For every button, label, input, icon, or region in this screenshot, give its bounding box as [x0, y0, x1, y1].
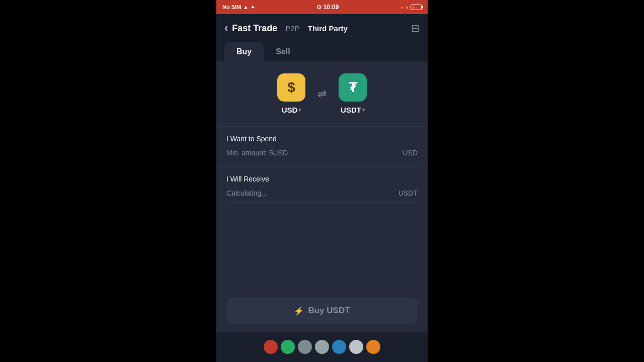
status-center: ⊙ 10:09 — [316, 4, 339, 11]
app-header: ‹ Fast Trade P2P Third Party ⊟ — [216, 14, 428, 42]
receive-input[interactable] — [226, 189, 398, 197]
carrier-label: No SIM — [222, 4, 241, 10]
spend-section: I Want to Spend USD — [216, 126, 428, 166]
tab-buy[interactable]: Buy — [224, 42, 264, 61]
currency-selector: $ USD ▾ ⇌ ₮ USDT ▾ — [216, 61, 428, 126]
usd-chevron: ▾ — [298, 107, 301, 113]
bottom-icon-1[interactable] — [264, 340, 278, 354]
usdt-label: USDT ▾ — [341, 106, 365, 114]
wifi-icon: ▲ — [243, 4, 249, 10]
status-bar: No SIM ▲ ✦ ⊙ 10:09 ● ● — [216, 0, 428, 14]
buy-btn-container: ⚡ Buy USDT — [216, 290, 428, 332]
bottom-icon-5[interactable] — [332, 340, 346, 354]
spend-currency-tag: USD — [403, 149, 418, 157]
receive-section: I Will Receive USDT — [216, 166, 428, 207]
bottom-icon-2[interactable] — [281, 340, 295, 354]
swap-arrow[interactable]: ⇌ — [317, 87, 327, 101]
to-currency[interactable]: ₮ USDT ▾ — [339, 73, 367, 114]
signal-icon: ✦ — [251, 5, 255, 10]
battery-fill — [412, 6, 415, 9]
nav-third-party[interactable]: Third Party — [308, 24, 348, 33]
spend-input-row: USD — [226, 149, 418, 162]
clock-display: 10:09 — [324, 4, 339, 11]
buy-usdt-button[interactable]: ⚡ Buy USDT — [226, 298, 418, 324]
receive-input-row: USDT — [226, 189, 418, 203]
dot-red: ● — [400, 5, 404, 10]
bottom-icon-7[interactable] — [366, 340, 380, 354]
dot-orange: ● — [406, 5, 409, 10]
usd-symbol: $ — [287, 79, 295, 96]
usdt-icon: ₮ — [339, 73, 367, 102]
receive-label: I Will Receive — [226, 175, 418, 183]
header-nav: P2P Third Party — [285, 24, 411, 33]
buy-button-label: Buy USDT — [308, 306, 350, 316]
back-button[interactable]: ‹ — [224, 23, 228, 34]
from-currency[interactable]: $ USD ▾ — [277, 73, 305, 114]
receive-currency-tag: USDT — [398, 189, 418, 197]
phone-frame: No SIM ▲ ✦ ⊙ 10:09 ● ● ‹ Fast Trade P2P … — [216, 0, 428, 362]
main-content: $ USD ▾ ⇌ ₮ USDT ▾ I — [216, 61, 428, 332]
nav-p2p[interactable]: P2P — [285, 24, 299, 33]
menu-icon[interactable]: ⊟ — [411, 22, 420, 34]
tabs-container: Buy Sell — [216, 42, 428, 61]
usdt-symbol: ₮ — [349, 81, 357, 94]
lightning-icon: ⚡ — [294, 306, 304, 316]
usd-label: USD ▾ — [282, 106, 301, 114]
status-right: ● ● — [400, 5, 422, 10]
usd-icon: $ — [277, 73, 305, 102]
bottom-bar — [216, 332, 428, 362]
content-spacer — [216, 207, 428, 290]
tab-sell[interactable]: Sell — [264, 42, 302, 61]
alarm-icon: ⊙ — [316, 4, 321, 11]
bottom-icon-6[interactable] — [349, 340, 363, 354]
usdt-chevron: ▾ — [362, 107, 365, 113]
status-left: No SIM ▲ ✦ — [222, 4, 255, 10]
bottom-icon-3[interactable] — [298, 340, 312, 354]
bottom-icon-4[interactable] — [315, 340, 329, 354]
header-title: Fast Trade — [232, 23, 277, 34]
battery-indicator — [411, 5, 422, 10]
spend-input[interactable] — [226, 149, 403, 157]
spend-label: I Want to Spend — [226, 135, 418, 143]
